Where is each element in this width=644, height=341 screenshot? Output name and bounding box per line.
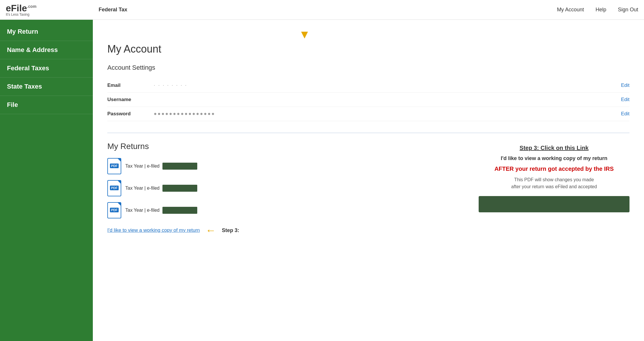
pdf-desc: This PDF will show changes you made afte… — [479, 176, 629, 190]
returns-left: My Returns PDF Tax Year | e-filed — [107, 142, 461, 239]
irs-accepted-text: AFTER your return got accepted by the IR… — [479, 166, 629, 172]
sidebar: My Return Name & Address Federal Taxes S… — [0, 20, 93, 341]
nav-right: My Account Help Sign Out — [557, 7, 638, 13]
password-value: ●●●●●●●●●●●●●●●● — [154, 111, 621, 117]
password-label: Password — [107, 111, 154, 117]
pdf-icon-2: PDF — [107, 180, 121, 196]
working-copy-link[interactable]: I'd like to view a working copy of my re… — [107, 227, 200, 233]
page-title: My Account — [107, 43, 629, 55]
account-settings: Email · · · · · · · · Edit Username Edit… — [107, 78, 629, 121]
view-return-button[interactable] — [479, 196, 629, 212]
username-edit-link[interactable]: Edit — [621, 97, 629, 103]
redacted-bar-1 — [162, 163, 197, 170]
left-arrow-icon: ← — [206, 224, 216, 236]
logo-com: .com — [27, 4, 37, 9]
sidebar-item-name-address[interactable]: Name & Address — [0, 41, 93, 59]
body-wrapper: My Return Name & Address Federal Taxes S… — [0, 20, 644, 341]
sidebar-item-my-return[interactable]: My Return — [0, 23, 93, 41]
return-row: PDF Tax Year | e-filed — [107, 180, 461, 196]
email-value: · · · · · · · · — [154, 82, 621, 88]
down-arrow-icon: ▼ — [299, 28, 310, 40]
step3-heading: Step 3: Click on this Link — [479, 145, 629, 151]
return-year-label-3: Tax Year | e-filed — [125, 208, 160, 213]
email-label: Email — [107, 82, 154, 88]
help-nav[interactable]: Help — [596, 7, 606, 13]
logo-area: eFile.com It's Less Taxing — [6, 3, 99, 17]
email-row: Email · · · · · · · · Edit — [107, 78, 629, 93]
redacted-bar-2 — [162, 185, 197, 192]
sidebar-item-federal-taxes[interactable]: Federal Taxes — [0, 59, 93, 78]
my-account-nav[interactable]: My Account — [557, 7, 584, 13]
working-copy-annotation: I'd like to view a working copy of my re… — [479, 155, 629, 161]
pdf-icon-3: PDF — [107, 202, 121, 218]
step3-label: Step 3: — [222, 227, 239, 234]
username-label: Username — [107, 97, 154, 103]
sidebar-item-file[interactable]: File — [0, 96, 93, 114]
return-info-2: Tax Year | e-filed — [125, 185, 197, 192]
return-row: PDF Tax Year | e-filed — [107, 202, 461, 218]
logo-efile: eFile — [6, 3, 27, 13]
username-row: Username Edit — [107, 93, 629, 107]
password-edit-link[interactable]: Edit — [621, 111, 629, 117]
returns-title: My Returns — [107, 142, 461, 151]
returns-section: My Returns PDF Tax Year | e-filed — [107, 142, 629, 239]
annotation-box: Step 3: Click on this Link I'd like to v… — [479, 142, 629, 239]
sign-out-nav[interactable]: Sign Out — [618, 7, 638, 13]
federal-tax-nav[interactable]: Federal Tax — [99, 7, 127, 13]
nav-links: Federal Tax — [99, 7, 557, 13]
main-content: ▼ My Account Account Settings Email · · … — [93, 20, 644, 341]
return-year-label-1: Tax Year | e-filed — [125, 164, 160, 169]
password-row: Password ●●●●●●●●●●●●●●●● Edit — [107, 107, 629, 121]
arrow-indicator: ▼ — [107, 28, 629, 40]
pdf-icon-1: PDF — [107, 158, 121, 174]
logo-main: eFile.com — [6, 3, 37, 13]
return-year-label-2: Tax Year | e-filed — [125, 186, 160, 191]
account-settings-title: Account Settings — [107, 64, 629, 71]
return-row: PDF Tax Year | e-filed — [107, 158, 461, 174]
redacted-bar-3 — [162, 207, 197, 214]
return-info-1: Tax Year | e-filed — [125, 163, 197, 170]
return-info-3: Tax Year | e-filed — [125, 207, 197, 214]
sidebar-item-state-taxes[interactable]: State Taxes — [0, 78, 93, 96]
email-edit-link[interactable]: Edit — [621, 82, 629, 88]
working-copy-row: I'd like to view a working copy of my re… — [107, 224, 461, 236]
top-nav: eFile.com It's Less Taxing Federal Tax M… — [0, 0, 644, 20]
divider — [107, 133, 629, 133]
